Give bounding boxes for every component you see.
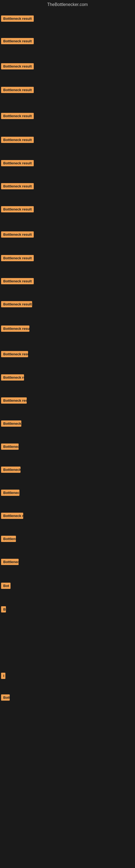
bottleneck-label: Bottleneck r [1, 467, 20, 473]
bottleneck-label: Bottleneck result [1, 63, 34, 69]
bottleneck-label: Bottleneck [1, 490, 19, 496]
bottleneck-item: Bottleneck result [1, 63, 34, 70]
bottleneck-item: Bottleneck result [1, 137, 34, 144]
site-title: TheBottlenecker.com [0, 0, 135, 10]
bottleneck-label: Bottleneck result [1, 206, 34, 212]
bottleneck-label: Bottleneck r [1, 421, 21, 427]
bottleneck-item: Bottleneck r [1, 467, 20, 474]
bottleneck-label: Bottleneck re [1, 374, 24, 380]
bottleneck-label: I [1, 673, 5, 679]
bottleneck-item: Bot [1, 583, 10, 590]
bottleneck-item: Bottleneck r [1, 421, 21, 428]
bottleneck-item: Bottleneck result [1, 278, 34, 285]
bottleneck-item: Bottlenec [1, 443, 18, 451]
bottleneck-label: Bott [1, 694, 10, 701]
bottleneck-label: Bottleneck [1, 559, 18, 565]
bottleneck-item: Bottleneck res [1, 513, 23, 520]
bottleneck-item: Bottleneck result [1, 113, 34, 120]
bottleneck-item: Bottleneck result [1, 38, 34, 45]
bottleneck-label: Bottleneck res [1, 513, 23, 519]
bottleneck-item: Bottleneck result [1, 183, 34, 190]
bottleneck-item: Bottleneck result [1, 160, 34, 167]
bottleneck-label: Bottleneck result [1, 301, 32, 307]
bottleneck-label: Bottleneck result [1, 326, 30, 332]
bottleneck-label: Bottleneck result [1, 113, 34, 119]
bottleneck-label: Bottleneck result [1, 278, 34, 284]
bottleneck-label: Bottleneck result [1, 351, 28, 357]
bottleneck-item: B [1, 606, 6, 614]
bottleneck-label: Bottleneck result [1, 231, 34, 238]
bottleneck-item: Bottleneck re [1, 374, 24, 382]
bottleneck-label: Bottlenec [1, 443, 18, 450]
bottleneck-item: Bottleneck [1, 559, 18, 566]
bottleneck-label: B [1, 606, 6, 613]
bottleneck-item: Bottleneck result [1, 16, 34, 23]
bottleneck-item: Bottleneck [1, 490, 19, 497]
bottleneck-label: Bottleneck result [1, 38, 34, 44]
bottleneck-item: Bottleneck result [1, 326, 30, 333]
bottleneck-label: Bottleneck result [1, 87, 34, 93]
bottleneck-label: Bottleneck result [1, 16, 34, 22]
bottleneck-item: Bottleneck result [1, 231, 34, 239]
bottleneck-label: Bottleneck result [1, 160, 34, 166]
bottleneck-item: Bottleneck result [1, 87, 34, 94]
bottleneck-item: Bottleneck result [1, 351, 28, 358]
bottleneck-label: Bottleneck result [1, 397, 27, 404]
bottleneck-item: Bottleneck result [1, 255, 34, 262]
bottleneck-item: Bottleneck result [1, 301, 32, 308]
bottleneck-item: Bottleneck result [1, 206, 34, 214]
bottleneck-label: Bottleneck result [1, 137, 34, 143]
bottleneck-label: Bottleneck result [1, 255, 34, 261]
bottleneck-item: Bottlens [1, 536, 16, 543]
bottleneck-item: I [1, 673, 5, 680]
bottleneck-label: Bot [1, 583, 10, 589]
bottleneck-item: Bottleneck result [1, 397, 27, 405]
bottleneck-item: Bott [1, 694, 10, 702]
bottleneck-label: Bottleneck result [1, 183, 34, 189]
bottleneck-label: Bottlens [1, 536, 16, 542]
